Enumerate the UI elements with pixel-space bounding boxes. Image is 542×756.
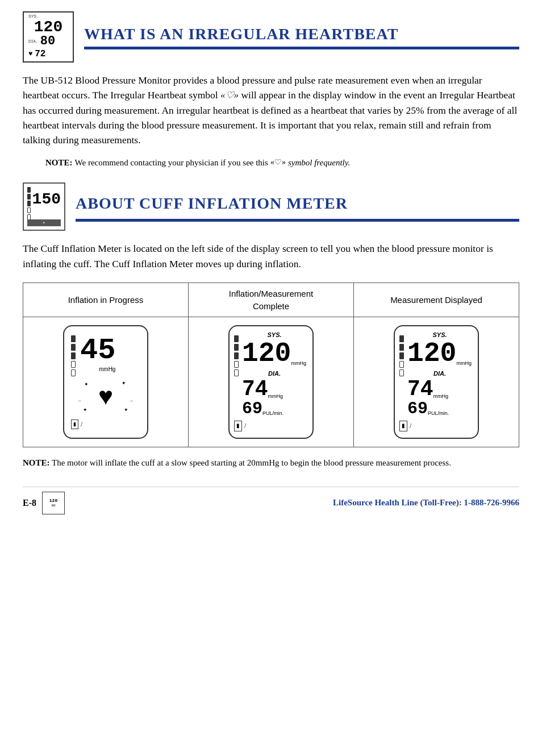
measured-120-row: 120 mmHg [407,340,472,367]
section2-logo-display: 150 [32,188,61,211]
battery-icon-3: ▮ [399,421,407,431]
footer-logo-80: 80 [51,504,55,509]
section2-title: ABOUT CUFF INFLATION METER [76,192,519,215]
measured-120: 120 [407,340,456,367]
table-header-col2-text: Inflation/MeasurementComplete [229,289,313,311]
table-header-col3: Measurement Displayed [354,283,519,317]
footer-page-number: E-8 [23,496,36,509]
table-cell-complete: SYS. 120 mmHg DIA. 74 mmHg 69 PUL/min. [189,317,354,447]
page-footer: E-8 120 80 LifeSource Health Line (Toll-… [23,487,519,514]
bar-3 [71,352,76,359]
measured-bottom-row: ▮ / [399,421,472,431]
footer-logo-120: 120 [49,497,57,504]
ray-topright: ✦ [122,380,126,387]
cbar-1 [234,335,239,342]
mbar-3 [399,352,404,359]
note-1-bold: NOTE: [45,157,73,169]
wave-icon-1: / [81,419,82,429]
complete-bottom-row: ▮ / [234,421,307,431]
mbar-5 [399,369,404,376]
note-1-suffix: symbol frequently. [288,157,350,169]
cbar-4 [234,361,239,368]
header-rule [84,47,519,49]
measured-74: 74 [407,379,433,400]
page-title: WHAT IS AN IRREGULAR HEARTBEAT [84,24,519,44]
mbar-1 [399,335,404,342]
logo-bottom-row: ♥ 72 [26,48,70,61]
note-1-text: We recommend contacting your physician i… [75,157,268,169]
ray-left: – [78,397,81,404]
inflation-mmhg: mmHg [99,365,115,374]
complete-69: 69 [242,400,262,417]
header-logo: SYS. 120 DIA. 80 ♥ 72 [23,11,74,63]
measured-69-row: 69 PUL/min. [407,400,472,417]
bar-2 [71,344,76,351]
header-title-block: WHAT IS AN IRREGULAR HEARTBEAT [84,24,519,50]
section2-header: 150 ▪ ABOUT CUFF INFLATION METER [23,182,519,231]
table-header-row: Inflation in Progress Inflation/Measurem… [23,283,519,317]
ray-bottomright: ✦ [124,406,128,414]
measured-74-row: 74 mmHg [407,379,472,400]
note-2: NOTE: The motor will inflate the cuff at… [23,456,519,470]
lcd-complete-inner: SYS. 120 mmHg DIA. 74 mmHg 69 PUL/min. [234,331,307,417]
mbar-2 [399,344,404,351]
body-paragraph-2: The Cuff Inflation Meter is located on t… [23,241,519,271]
ray-bottomleft: ✦ [83,406,87,414]
ray-topleft: ✦ [84,381,89,388]
inflation-bottom-row: ▮ / [71,419,140,429]
measured-pulmin: PUL/min. [428,410,449,417]
note-heart-symbol: «♡» [270,157,286,168]
complete-69-row: 69 PUL/min. [242,400,307,417]
body-paragraph-1: The UB-512 Blood Pressure Monitor provid… [23,73,519,148]
note-2-bold: NOTE: [23,458,50,467]
lcd-inflation-inner: 45 mmHg [71,335,140,376]
logo-80-num: 80 [40,35,55,48]
lcd-measured-inner: SYS. 120 mmHg DIA. 74 mmHg 69 PUL/min. [399,331,472,417]
footer-phone: LifeSource Health Line (Toll-Free): 1-88… [333,497,519,509]
wave-icon-2: / [244,421,246,431]
lcd-inflation-display: 45 mmHg ♥ ✦ ✦ ✦ ✦ – – ▮ [63,325,148,439]
cbar-3 [234,352,239,359]
bar-1 [71,335,76,342]
table-cell-inflation: 45 mmHg ♥ ✦ ✦ ✦ ✦ – – ▮ [23,317,189,447]
complete-pulmin: PUL/min. [262,410,283,417]
measured-readings: SYS. 120 mmHg DIA. 74 mmHg 69 PUL/min. [407,331,472,417]
bar-5 [71,369,76,376]
battery-icon-1: ▮ [71,419,78,429]
heartbeat-symbol-inline: «♡» [220,90,239,101]
measured-bars [399,335,404,417]
display-table: Inflation in Progress Inflation/Measurem… [23,283,519,448]
section2-rule [76,219,519,222]
inflation-bars [71,335,76,376]
note-1: NOTE: We recommend contacting your physi… [45,157,519,169]
header-section: SYS. 120 DIA. 80 ♥ 72 WHAT IS AN IRREGUL… [23,11,519,63]
heart-icon: ♥ [98,379,113,415]
logo-dia-label: DIA. [28,39,38,44]
complete-120: 120 [242,340,291,367]
bar-4 [71,361,76,368]
logo-heart-icon: ♥ [28,49,32,59]
table-body-row: 45 mmHg ♥ ✦ ✦ ✦ ✦ – – ▮ [23,317,519,447]
inflation-number: 45 [80,336,115,365]
section2-logo-bottom: ▪ [43,219,45,226]
footer-logo-small: 120 80 [42,492,65,514]
complete-bars [234,335,239,417]
complete-74-row: 74 mmHg [242,379,307,400]
ray-right: – [131,397,134,404]
complete-mmhg2: mmHg [268,393,283,400]
table-header-col2: Inflation/MeasurementComplete [189,283,354,317]
cbar-2 [234,344,239,351]
complete-readings: SYS. 120 mmHg DIA. 74 mmHg 69 PUL/min. [242,331,307,417]
inflation-num-area: 45 mmHg [80,336,115,376]
wave-icon-3: / [410,421,411,431]
footer-left: E-8 120 80 [23,492,65,514]
measured-mmhg1: mmHg [456,360,472,367]
lcd-measured-display: SYS. 120 mmHg DIA. 74 mmHg 69 PUL/min. [394,325,479,439]
heart-rays-area: ♥ ✦ ✦ ✦ ✦ – – [83,380,128,414]
complete-120-row: 120 mmHg [242,340,307,367]
note-2-text: The motor will inflate the cuff at a slo… [52,458,451,467]
complete-mmhg1: mmHg [291,360,306,367]
measured-mmhg2: mmHg [433,393,449,400]
measured-69: 69 [407,400,428,417]
mbar-4 [399,361,404,368]
